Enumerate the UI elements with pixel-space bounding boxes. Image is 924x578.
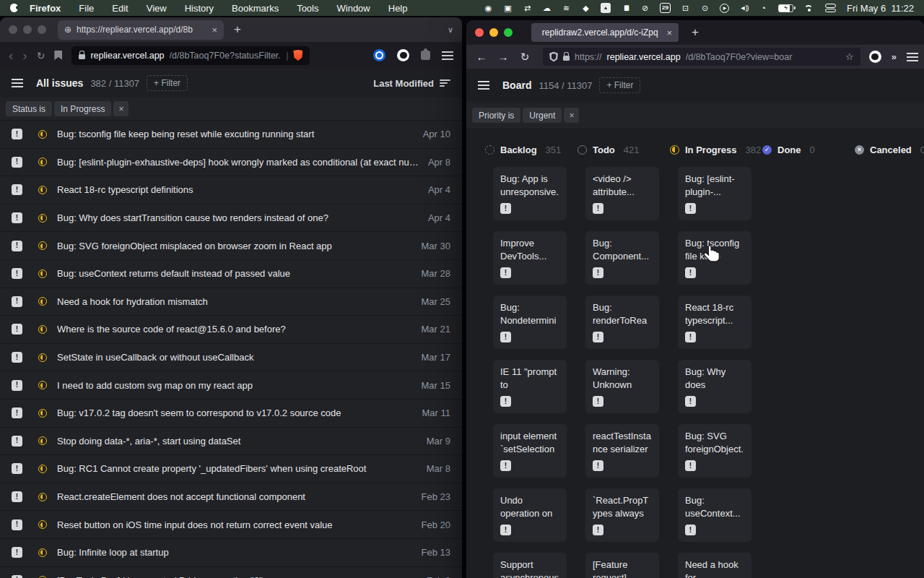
onepassword-icon[interactable]	[373, 49, 385, 61]
power-icon[interactable]: ⊙	[700, 2, 710, 14]
menu-edit[interactable]: Edit	[112, 3, 128, 14]
volume-icon[interactable]: ◄))	[739, 2, 749, 14]
board-card[interactable]: reactTestInstance serializer!	[585, 424, 659, 478]
browser-menu-icon[interactable]	[442, 51, 453, 60]
app-menu-icon[interactable]	[478, 81, 489, 90]
toolbar-overflow-icon[interactable]: »	[892, 51, 897, 62]
window-controls[interactable]	[9, 25, 46, 34]
dropbox-icon[interactable]: ◆	[581, 2, 590, 14]
back-button[interactable]: ←	[472, 51, 491, 63]
apple-menu-icon[interactable]	[10, 4, 18, 12]
board-card[interactable]: Bug: Nondeterminist.!	[493, 296, 567, 349]
browser-tab[interactable]: ⊕ https://repliear.vercel.app/d/8b ×	[58, 20, 224, 40]
reload-button[interactable]: ↻	[37, 50, 45, 61]
docker-icon[interactable]: ≋	[562, 2, 571, 14]
issue-row[interactable]: !Stop doing data-*, aria-*, start using …	[0, 428, 462, 456]
board-card[interactable]: Bug: SVG foreignObject...!	[678, 424, 751, 478]
board-card[interactable]: Need a hook for hydration...!	[678, 553, 751, 578]
add-filter-button[interactable]: + Filter	[147, 75, 188, 91]
minimize-window-button[interactable]	[489, 28, 498, 37]
filter-field-chip[interactable]: Priority is	[472, 108, 520, 123]
reload-button[interactable]: ↻	[515, 51, 534, 64]
filter-close-icon[interactable]: ×	[564, 108, 579, 123]
menu-tools[interactable]: Tools	[297, 3, 318, 14]
menubar-app-name[interactable]: Firefox	[30, 3, 61, 14]
filter-close-icon[interactable]: ×	[113, 101, 128, 116]
filter-value-chip[interactable]: Urgent	[523, 108, 562, 123]
board-card[interactable]: Bug: useContext...!	[678, 488, 751, 542]
wifi-icon[interactable]	[803, 4, 815, 12]
filter-value-chip[interactable]: In Progress	[54, 101, 111, 116]
brave-shield-icon[interactable]	[293, 50, 302, 61]
issue-row[interactable]: !Bug: v17.0.2 tag doesn't seem to corres…	[0, 400, 462, 428]
board-card[interactable]: Bug: Component...!	[585, 231, 659, 285]
url-bar[interactable]: repliear.vercel.app /d/8bTaoq7F0e?status…	[71, 46, 310, 65]
menu-bookmarks[interactable]: Bookmarks	[232, 3, 279, 14]
close-window-button[interactable]	[475, 28, 484, 37]
issue-row[interactable]: !SetState in useCallback or without useC…	[0, 344, 462, 372]
menu-window[interactable]: Window	[337, 3, 370, 14]
window-controls[interactable]	[475, 28, 513, 37]
new-tab-button[interactable]: +	[234, 22, 241, 37]
user-circle-icon[interactable]: ◔	[759, 2, 768, 14]
board-card[interactable]: Bug: [eslint-plugin-...!	[678, 167, 751, 220]
triangle-app-icon[interactable]: ▲	[601, 3, 611, 13]
issue-row[interactable]: !I need to add custom svg map on my reac…	[0, 371, 462, 400]
issue-row[interactable]: !Where is the source code of react@15.6.…	[0, 316, 462, 344]
issue-row[interactable]: ![DevTools Bug] Unsupported Bridge opera…	[0, 567, 462, 578]
board-card[interactable]: Bug: Why does startTransitio...!	[678, 360, 751, 413]
board-card[interactable]: Undo operation on text input...!	[493, 488, 567, 542]
sort-control[interactable]: Last Modified	[373, 78, 450, 89]
menu-view[interactable]: View	[147, 3, 167, 14]
battery-icon[interactable]: ϟ	[778, 4, 793, 12]
board-card[interactable]: `React.PropTypes always warns ab!	[585, 488, 659, 542]
board-card[interactable]: Bug: tsconfig file keep bein...!	[678, 231, 751, 285]
bookmark-icon[interactable]	[54, 51, 62, 60]
tab-list-chevron-icon[interactable]: ∨	[448, 25, 453, 35]
stats-bars-icon[interactable]: ▮▮	[621, 2, 630, 14]
issue-row[interactable]: !Bug: Why does startTransition cause two…	[0, 204, 462, 233]
control-center-icon[interactable]	[825, 4, 836, 12]
browser-tab[interactable]: replidraw2.vercel.app/d/c-iZpq ×	[531, 23, 679, 42]
tab-close-icon[interactable]: ×	[666, 27, 672, 38]
back-button[interactable]: ‹	[9, 48, 13, 62]
extensions-puzzle-icon[interactable]	[421, 51, 430, 60]
board-card[interactable]: Bug: App is unresponsive...!	[493, 167, 567, 220]
play-circle-icon[interactable]: ▶	[720, 4, 729, 13]
issue-row[interactable]: !Reset button on iOS time input does not…	[0, 511, 462, 539]
issue-row[interactable]: !Need a hook for hydration mismatchMar 2…	[0, 288, 462, 316]
menu-history[interactable]: History	[185, 3, 214, 14]
zoom-window-button[interactable]	[504, 28, 513, 37]
close-window-button[interactable]	[9, 25, 17, 34]
forward-button[interactable]: →	[494, 51, 513, 63]
browser-menu-icon[interactable]	[907, 53, 918, 61]
issue-row[interactable]: !Bug: SVG foreignObject misplaced on bro…	[0, 232, 462, 260]
add-filter-button[interactable]: + Filter	[599, 77, 640, 93]
cloud-icon[interactable]: ☁	[542, 2, 552, 14]
camera-icon[interactable]: ▣	[503, 2, 513, 14]
issue-row[interactable]: !Bug: RC1 Cannot create property '_updat…	[0, 455, 462, 483]
board-card[interactable]: IE 11 "prompt to remember...!	[493, 360, 567, 413]
new-tab-button[interactable]: +	[692, 25, 699, 40]
circled-slash-icon[interactable]: ⊘	[640, 2, 650, 14]
github-icon[interactable]	[869, 51, 881, 63]
zoom-window-button[interactable]	[38, 25, 46, 34]
issue-row[interactable]: !React.createElement does not accept fun…	[0, 483, 462, 512]
tracking-shield-icon[interactable]	[549, 52, 558, 62]
app-menu-icon[interactable]	[12, 79, 23, 87]
bookmark-star-icon[interactable]: ☆	[845, 51, 854, 62]
board-card[interactable]: Bug: renderToReadab!	[585, 296, 659, 349]
forward-button[interactable]: ›	[22, 48, 27, 62]
board-card[interactable]: [Feature request] expo...!	[585, 553, 659, 578]
issue-row[interactable]: !React 18-rc typescript definitionsApr 4	[0, 176, 462, 204]
github-icon[interactable]	[397, 49, 409, 61]
board-card[interactable]: Warning: Unknown DO...!	[585, 360, 659, 413]
board-card[interactable]: React 18-rc typescript...!	[678, 296, 751, 349]
issue-row[interactable]: !Bug: [eslint-plugin-exhaustive-deps] ho…	[0, 149, 462, 177]
board-card[interactable]: <video /> attribute...!	[585, 167, 659, 220]
menu-file[interactable]: File	[79, 3, 94, 14]
issue-row[interactable]: !Bug: Infinite loop at startupFeb 13	[0, 539, 462, 567]
issue-row[interactable]: !Bug: tsconfig file keep being reset whi…	[0, 121, 462, 149]
board-card[interactable]: Support asynchronous...!	[493, 553, 567, 578]
calendar-icon[interactable]: 29	[660, 3, 671, 13]
